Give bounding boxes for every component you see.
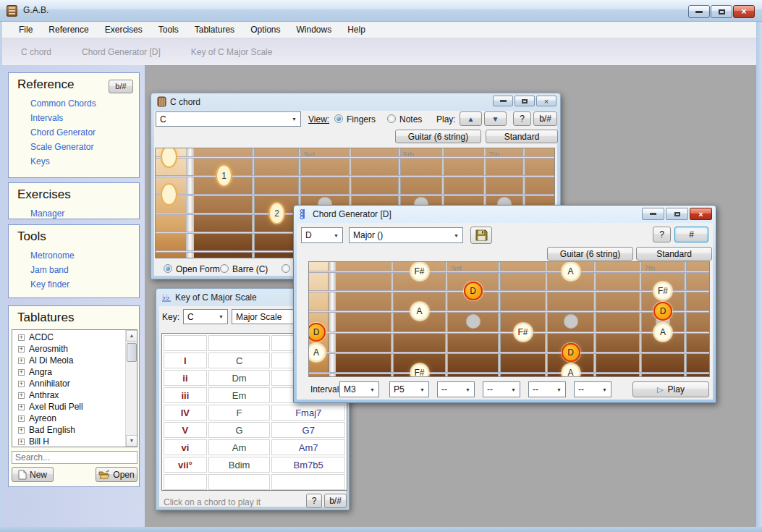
form-radio-open-form-1[interactable] [164,264,172,273]
maximize-button[interactable] [711,5,732,18]
c-chord-minimize-button[interactable] [493,96,513,106]
menu-item-file[interactable]: File [11,22,41,37]
chord-type-select[interactable]: Major () ▼ [349,227,463,243]
root-note-select[interactable]: D ▼ [301,227,343,243]
tree-item[interactable]: +ACDC [12,332,124,343]
triad-chord[interactable]: C [208,352,271,368]
generator-minimize-button[interactable] [642,208,664,220]
play-down-button[interactable]: ▼ [484,111,507,126]
tree-expand-icon[interactable]: + [18,381,25,387]
tree-item[interactable]: +Annihilator [12,378,124,389]
seventh-chord[interactable]: G7 [271,422,345,438]
note-marker[interactable]: A [653,323,672,342]
tree-item[interactable]: +Ayreon [12,413,124,424]
generator-instrument-button[interactable]: Guitar (6 string) [547,247,633,261]
menu-item-reference[interactable]: Reference [41,22,96,37]
help-button[interactable]: ? [513,111,531,126]
c-chord-maximize-button[interactable] [515,96,535,106]
sidebar-link-common-chords[interactable]: Common Chords [30,96,139,111]
sidebar-link-keys[interactable]: Keys [30,154,139,169]
menu-item-tools[interactable]: Tools [151,22,187,37]
note-marker[interactable]: A [562,262,580,281]
tree-item[interactable]: +Angra [12,366,124,378]
tab-chord-generator-d[interactable]: Chord Generator [D] [73,44,169,60]
key-accidental-button[interactable]: b/# [324,494,347,508]
menu-item-exercises[interactable]: Exercises [97,22,151,37]
tree-item[interactable]: +Axel Rudi Pell [12,401,124,413]
tree-item[interactable]: +Bad English [12,424,124,436]
interval-select-5[interactable]: --▼ [528,381,566,397]
triad-chord[interactable]: Em [208,387,271,403]
chord-select[interactable]: C ▼ [156,111,301,127]
tree-item[interactable]: +Al Di Meola [12,355,124,366]
tuning-button[interactable]: Standard [486,130,558,143]
key-help-button[interactable]: ? [306,494,322,508]
note-marker[interactable]: A [410,302,429,321]
play-up-button[interactable]: ▲ [460,111,482,126]
form-radio-item[interactable] [281,264,290,273]
sidebar-link-key-finder[interactable]: Key finder [30,277,139,292]
generator-maximize-button[interactable] [666,208,688,220]
triad-chord[interactable]: Dm [208,370,271,386]
root-note-marker[interactable]: D [464,282,483,300]
tree-scrollbar[interactable]: ▲ ▼ [125,330,137,447]
tree-expand-icon[interactable]: + [18,392,25,399]
note-marker[interactable]: F# [410,363,429,377]
sidebar-link-metronome[interactable]: Metronome [30,248,139,263]
c-chord-close-button[interactable]: × [536,96,556,106]
interval-select-3[interactable]: --▼ [437,381,475,397]
note-marker[interactable]: F# [410,262,429,281]
menu-item-help[interactable]: Help [339,22,373,37]
seventh-chord[interactable]: Fmaj7 [271,405,345,421]
scroll-up-button[interactable]: ▲ [126,330,137,342]
interval-select-1[interactable]: M3▼ [339,381,379,397]
tree-expand-icon[interactable]: + [18,369,25,376]
seventh-chord[interactable]: Am7 [271,439,345,455]
form-radio-barre-c[interactable] [220,264,229,273]
generator-accidental-button[interactable]: # [674,227,708,242]
accidental-button[interactable]: b/# [533,111,557,126]
root-note-marker[interactable]: D [562,343,580,362]
tree-item[interactable]: +Aerosmith [12,343,124,355]
sidebar-link-intervals[interactable]: Intervals [30,111,139,125]
root-note-marker[interactable]: D [653,302,672,321]
search-input[interactable] [12,451,137,464]
sidebar-link-manager[interactable]: Manager [30,206,139,221]
interval-select-4[interactable]: --▼ [483,381,520,397]
triad-chord[interactable]: G [208,422,271,438]
instrument-button[interactable]: Guitar (6 string) [395,130,481,143]
sidebar-link-chord-generator[interactable]: Chord Generator [30,125,139,140]
menu-item-windows[interactable]: Windows [288,22,339,37]
note-marker[interactable]: F# [514,323,533,342]
triad-chord[interactable]: Bdim [208,457,271,473]
generator-tuning-button[interactable]: Standard [636,247,712,261]
scroll-thumb[interactable] [127,343,137,362]
interval-select-2[interactable]: P5▼ [389,381,429,397]
tree-item[interactable]: +Anthrax [12,389,124,401]
open-button[interactable]: Open [96,467,137,482]
sidebar-link-scale-generator[interactable]: Scale Generator [30,140,139,154]
tab-key-of-c-major-scale[interactable]: Key of C Major Scale [182,44,281,60]
tree-expand-icon[interactable]: + [18,358,25,364]
triad-chord[interactable]: Am [208,439,271,455]
close-button[interactable]: × [733,5,755,18]
tree-expand-icon[interactable]: + [18,427,25,434]
new-button[interactable]: New [12,467,54,482]
note-marker[interactable]: A [562,363,580,377]
tree-expand-icon[interactable]: + [18,334,25,341]
scroll-down-button[interactable]: ▼ [126,435,137,447]
menu-item-tablatures[interactable]: Tablatures [187,22,242,37]
tree-item[interactable]: +Bill H [12,436,124,447]
tree-expand-icon[interactable]: + [18,439,25,445]
tab-c-chord[interactable]: C chord [12,44,60,60]
c-chord-titlebar[interactable]: C chord × [151,93,560,111]
generator-help-button[interactable]: ? [653,227,671,242]
tree-expand-icon[interactable]: + [18,404,25,410]
interval-select-6[interactable]: --▼ [574,381,611,397]
view-notes-radio[interactable] [387,114,396,123]
key-select[interactable]: C ▼ [183,309,228,324]
view-fingers-radio[interactable] [334,114,343,123]
tree-expand-icon[interactable]: + [18,415,25,422]
note-marker[interactable]: F# [653,282,672,300]
reference-accidental-button[interactable]: b/# [109,80,133,93]
